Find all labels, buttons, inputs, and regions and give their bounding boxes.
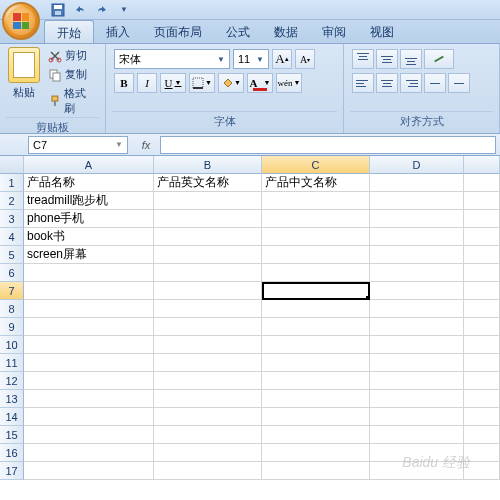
cell-c9[interactable] [262, 318, 370, 336]
tab-view[interactable]: 视图 [358, 20, 406, 43]
cell-e10[interactable] [464, 336, 500, 354]
format-painter-button[interactable]: 格式刷 [46, 85, 99, 117]
paste-button[interactable]: 粘贴 [6, 47, 42, 117]
name-box[interactable]: C7 ▼ [28, 136, 128, 154]
cell-c2[interactable] [262, 192, 370, 210]
cell-d5[interactable] [370, 246, 464, 264]
cell-b10[interactable] [154, 336, 262, 354]
cell-a2[interactable]: treadmill跑步机 [24, 192, 154, 210]
cell-c5[interactable] [262, 246, 370, 264]
cell-d4[interactable] [370, 228, 464, 246]
save-icon[interactable] [50, 2, 66, 18]
row-header-12[interactable]: 12 [0, 372, 24, 390]
font-color-button[interactable]: A▼ [247, 73, 273, 93]
cell-b11[interactable] [154, 354, 262, 372]
cell-d11[interactable] [370, 354, 464, 372]
cell-e3[interactable] [464, 210, 500, 228]
cell-c11[interactable] [262, 354, 370, 372]
row-header-13[interactable]: 13 [0, 390, 24, 408]
row-header-2[interactable]: 2 [0, 192, 24, 210]
align-right-button[interactable] [400, 73, 422, 93]
cell-c16[interactable] [262, 444, 370, 462]
decrease-indent-button[interactable] [424, 73, 446, 93]
row-header-15[interactable]: 15 [0, 426, 24, 444]
cell-e14[interactable] [464, 408, 500, 426]
cell-b7[interactable] [154, 282, 262, 300]
cell-c10[interactable] [262, 336, 370, 354]
cell-b6[interactable] [154, 264, 262, 282]
cell-e11[interactable] [464, 354, 500, 372]
row-header-10[interactable]: 10 [0, 336, 24, 354]
cell-e7[interactable] [464, 282, 500, 300]
cell-e4[interactable] [464, 228, 500, 246]
tab-formula[interactable]: 公式 [214, 20, 262, 43]
cell-e5[interactable] [464, 246, 500, 264]
shrink-font-button[interactable]: A▾ [295, 49, 315, 69]
cell-d15[interactable] [370, 426, 464, 444]
row-header-16[interactable]: 16 [0, 444, 24, 462]
tab-start[interactable]: 开始 [44, 20, 94, 43]
cell-a1[interactable]: 产品名称 [24, 174, 154, 192]
tab-layout[interactable]: 页面布局 [142, 20, 214, 43]
row-header-5[interactable]: 5 [0, 246, 24, 264]
align-left-button[interactable] [352, 73, 374, 93]
cell-b12[interactable] [154, 372, 262, 390]
col-header-e[interactable] [464, 156, 500, 174]
cell-a12[interactable] [24, 372, 154, 390]
cell-d3[interactable] [370, 210, 464, 228]
cell-c13[interactable] [262, 390, 370, 408]
cell-a17[interactable] [24, 462, 154, 480]
cell-b1[interactable]: 产品英文名称 [154, 174, 262, 192]
cell-b5[interactable] [154, 246, 262, 264]
align-top-button[interactable] [352, 49, 374, 69]
cell-e13[interactable] [464, 390, 500, 408]
cell-d14[interactable] [370, 408, 464, 426]
cell-a10[interactable] [24, 336, 154, 354]
cell-a11[interactable] [24, 354, 154, 372]
row-header-14[interactable]: 14 [0, 408, 24, 426]
underline-button[interactable]: U▼ [160, 73, 186, 93]
tab-review[interactable]: 审阅 [310, 20, 358, 43]
copy-button[interactable]: 复制 [46, 66, 99, 83]
cell-b17[interactable] [154, 462, 262, 480]
cell-b14[interactable] [154, 408, 262, 426]
cell-a4[interactable]: book书 [24, 228, 154, 246]
cell-c1[interactable]: 产品中文名称 [262, 174, 370, 192]
cell-e15[interactable] [464, 426, 500, 444]
font-size-combo[interactable]: 11 ▼ [233, 49, 269, 69]
cell-b4[interactable] [154, 228, 262, 246]
grow-font-button[interactable]: A▴ [272, 49, 292, 69]
cell-c12[interactable] [262, 372, 370, 390]
cell-b13[interactable] [154, 390, 262, 408]
fill-color-button[interactable]: ▼ [218, 73, 244, 93]
font-name-combo[interactable]: 宋体 ▼ [114, 49, 230, 69]
row-header-6[interactable]: 6 [0, 264, 24, 282]
row-header-3[interactable]: 3 [0, 210, 24, 228]
redo-icon[interactable] [94, 2, 110, 18]
cell-a16[interactable] [24, 444, 154, 462]
row-header-7[interactable]: 7 [0, 282, 24, 300]
col-header-a[interactable]: A [24, 156, 154, 174]
tab-data[interactable]: 数据 [262, 20, 310, 43]
col-header-c[interactable]: C [262, 156, 370, 174]
cell-d9[interactable] [370, 318, 464, 336]
row-header-17[interactable]: 17 [0, 462, 24, 480]
cell-a6[interactable] [24, 264, 154, 282]
cell-d13[interactable] [370, 390, 464, 408]
cell-a7[interactable] [24, 282, 154, 300]
row-header-4[interactable]: 4 [0, 228, 24, 246]
increase-indent-button[interactable] [448, 73, 470, 93]
cell-b9[interactable] [154, 318, 262, 336]
orientation-button[interactable] [424, 49, 454, 69]
row-header-1[interactable]: 1 [0, 174, 24, 192]
cell-a15[interactable] [24, 426, 154, 444]
cell-d6[interactable] [370, 264, 464, 282]
cell-a5[interactable]: screen屏幕 [24, 246, 154, 264]
col-header-b[interactable]: B [154, 156, 262, 174]
select-all-corner[interactable] [0, 156, 24, 174]
phonetic-button[interactable]: wén▼ [276, 73, 302, 93]
row-header-9[interactable]: 9 [0, 318, 24, 336]
row-header-8[interactable]: 8 [0, 300, 24, 318]
cell-d8[interactable] [370, 300, 464, 318]
cell-c14[interactable] [262, 408, 370, 426]
